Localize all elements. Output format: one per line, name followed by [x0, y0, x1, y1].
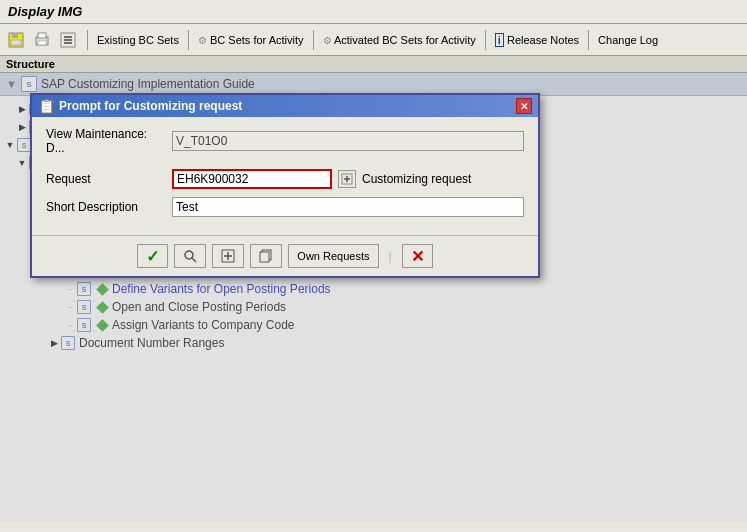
modal-title: Prompt for Customizing request [59, 99, 242, 113]
app-title: Display IMG [8, 4, 82, 19]
customizing-request-dialog: 📋 Prompt for Customizing request ✕ View … [30, 93, 540, 278]
own-requests-label: Own Requests [297, 250, 369, 262]
customizing-request-label: Customizing request [362, 172, 471, 186]
request-browse-button[interactable] [338, 170, 356, 188]
short-desc-input[interactable] [172, 197, 524, 217]
modal-titlebar-left: 📋 Prompt for Customizing request [38, 98, 242, 114]
checkmark-icon: ✓ [146, 247, 159, 266]
release-notes-btn[interactable]: i Release Notes [495, 34, 579, 46]
save-icon[interactable] [6, 30, 26, 50]
svg-rect-5 [38, 41, 46, 45]
search-icon [183, 249, 197, 263]
short-desc-label: Short Description [46, 200, 166, 214]
view-maintenance-row: View Maintenance: D... [46, 127, 524, 155]
svg-rect-2 [11, 40, 21, 45]
sep3 [313, 30, 314, 50]
modal-title-icon: 📋 [38, 98, 55, 114]
modal-body: View Maintenance: D... Request Customizi… [32, 117, 538, 235]
existing-bc-sets-btn[interactable]: Existing BC Sets [97, 34, 179, 46]
cancel-button[interactable]: ✕ [402, 244, 433, 268]
svg-line-14 [192, 258, 196, 262]
print-icon[interactable] [32, 30, 52, 50]
structure-bar: Structure [0, 56, 747, 73]
own-requests-button[interactable]: Own Requests [288, 244, 378, 268]
svg-point-13 [185, 251, 193, 259]
title-bar: Display IMG [0, 0, 747, 24]
request-label: Request [46, 172, 166, 186]
search-button[interactable] [174, 244, 206, 268]
sep5 [588, 30, 589, 50]
new-icon [221, 249, 235, 263]
svg-rect-1 [12, 33, 18, 38]
sep1 [87, 30, 88, 50]
change-log-btn[interactable]: Change Log [598, 34, 658, 46]
request-input[interactable] [172, 169, 332, 189]
request-row: Request Customizing request [46, 169, 524, 189]
tree-area: ▼ S SAP Customizing Implementation Guide… [0, 73, 747, 521]
view-maintenance-input[interactable] [172, 131, 524, 151]
svg-rect-19 [260, 252, 269, 262]
sep2 [188, 30, 189, 50]
bc-sets-activity-btn[interactable]: ⚙ BC Sets for Activity [198, 34, 304, 46]
modal-close-button[interactable]: ✕ [516, 98, 532, 114]
copy-icon [259, 249, 273, 263]
modal-overlay: 📋 Prompt for Customizing request ✕ View … [0, 73, 747, 521]
toolbar: Existing BC Sets ⚙ BC Sets for Activity … [0, 24, 747, 56]
svg-rect-4 [38, 33, 46, 38]
new-request-button[interactable] [212, 244, 244, 268]
short-description-row: Short Description [46, 197, 524, 217]
activated-bc-sets-btn[interactable]: ⚙ Activated BC Sets for Activity [323, 34, 476, 46]
copy-button[interactable] [250, 244, 282, 268]
modal-buttons: ✓ Own Requests | ✕ [32, 235, 538, 276]
modal-titlebar: 📋 Prompt for Customizing request ✕ [32, 95, 538, 117]
settings-icon[interactable] [58, 30, 78, 50]
cancel-icon: ✕ [411, 247, 424, 266]
sep4 [485, 30, 486, 50]
confirm-button[interactable]: ✓ [137, 244, 168, 268]
view-maintenance-label: View Maintenance: D... [46, 127, 166, 155]
